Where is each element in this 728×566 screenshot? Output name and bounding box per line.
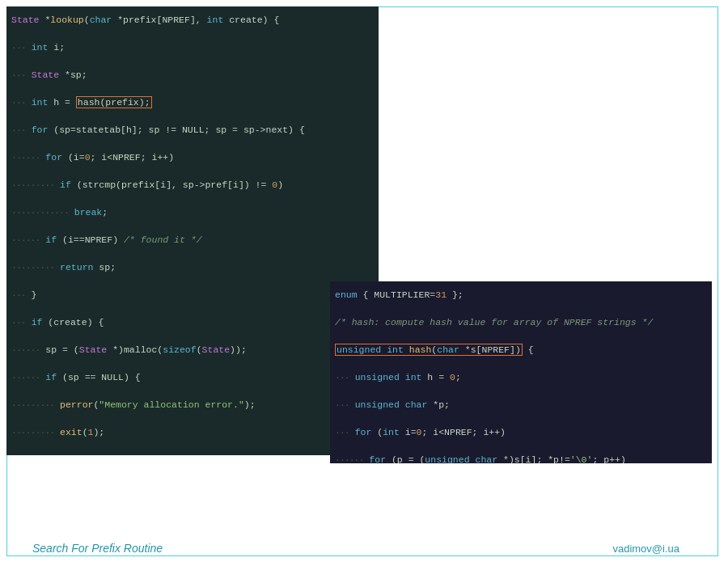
- footer-author: vadimov@i.ua: [612, 543, 679, 555]
- footer: Search For Prefix Routine vadimov@i.ua: [0, 542, 712, 555]
- footer-title: Search For Prefix Routine: [32, 542, 163, 555]
- bottom-code-block: enum { MULTIPLIER=31 }; /* hash: compute…: [330, 281, 712, 463]
- top-code-block: State *lookup(char *prefix[NPREF], int c…: [6, 6, 379, 455]
- bottom-code-panel: enum { MULTIPLIER=31 }; /* hash: compute…: [330, 281, 712, 463]
- top-code-panel: State *lookup(char *prefix[NPREF], int c…: [6, 6, 379, 455]
